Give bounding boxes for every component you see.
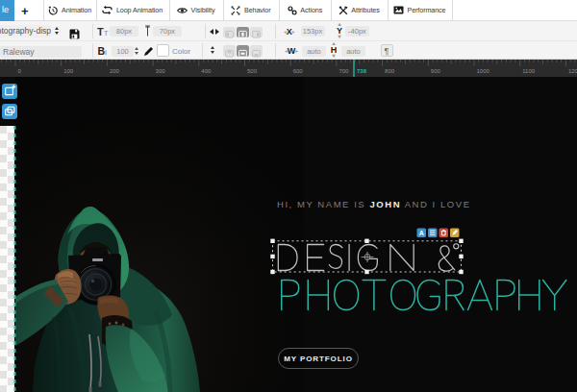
svg-text:800: 800 [385,68,395,74]
svg-text:1100: 1100 [522,68,536,74]
svg-text:1000: 1000 [477,68,490,74]
svg-text:400: 400 [201,68,212,74]
svg-text:300: 300 [156,68,166,74]
svg-text:100: 100 [63,68,74,74]
svg-text:900: 900 [431,68,441,74]
svg-text:A: A [419,230,424,236]
svg-text:500: 500 [247,68,258,74]
svg-text:1200: 1200 [568,68,577,74]
svg-text:738: 738 [357,68,367,74]
svg-text:700: 700 [339,68,349,74]
svg-text:600: 600 [293,68,304,74]
svg-text:0: 0 [18,68,22,74]
svg-text:200: 200 [110,68,120,74]
